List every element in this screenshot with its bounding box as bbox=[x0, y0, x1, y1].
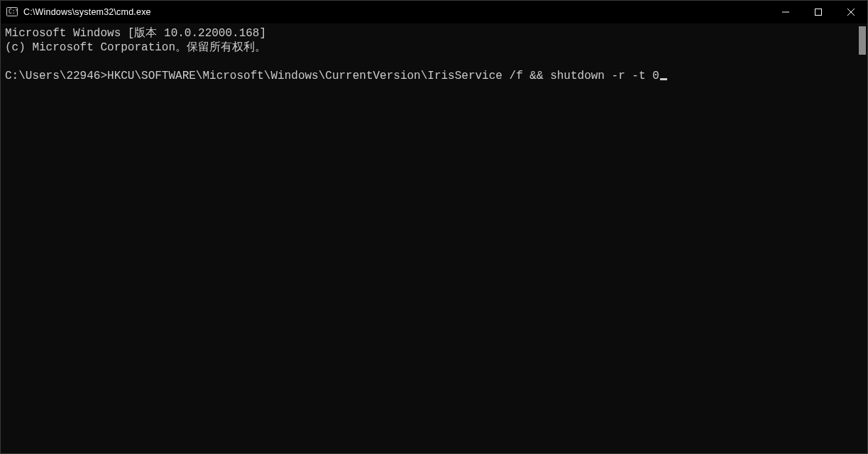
terminal-content[interactable]: Microsoft Windows [版本 10.0.22000.168] (c… bbox=[1, 23, 867, 453]
cursor bbox=[660, 78, 667, 80]
scrollbar-thumb[interactable] bbox=[859, 26, 866, 55]
minimize-icon bbox=[782, 9, 789, 16]
svg-rect-3 bbox=[815, 9, 822, 16]
close-button[interactable] bbox=[835, 1, 867, 23]
cmd-icon: C:\ bbox=[6, 6, 18, 18]
minimize-button[interactable] bbox=[769, 1, 802, 23]
scrollbar-track[interactable] bbox=[859, 26, 866, 450]
prompt-text: C:\Users\22946> bbox=[5, 70, 107, 82]
terminal-viewport[interactable]: Microsoft Windows [版本 10.0.22000.168] (c… bbox=[1, 23, 867, 453]
version-line: Microsoft Windows [版本 10.0.22000.168] bbox=[5, 27, 266, 40]
copyright-line: (c) Microsoft Corporation。保留所有权利。 bbox=[5, 41, 266, 54]
cmd-window: C:\ C:\Windows\system32\cmd.exe bbox=[0, 0, 868, 454]
maximize-button[interactable] bbox=[802, 1, 835, 23]
window-title: C:\Windows\system32\cmd.exe bbox=[23, 7, 151, 17]
command-input[interactable]: HKCU\SOFTWARE\Microsoft\Windows\CurrentV… bbox=[107, 70, 659, 82]
svg-text:C:\: C:\ bbox=[9, 9, 18, 15]
titlebar[interactable]: C:\ C:\Windows\system32\cmd.exe bbox=[1, 1, 867, 23]
maximize-icon bbox=[815, 9, 822, 16]
close-icon bbox=[847, 9, 855, 16]
